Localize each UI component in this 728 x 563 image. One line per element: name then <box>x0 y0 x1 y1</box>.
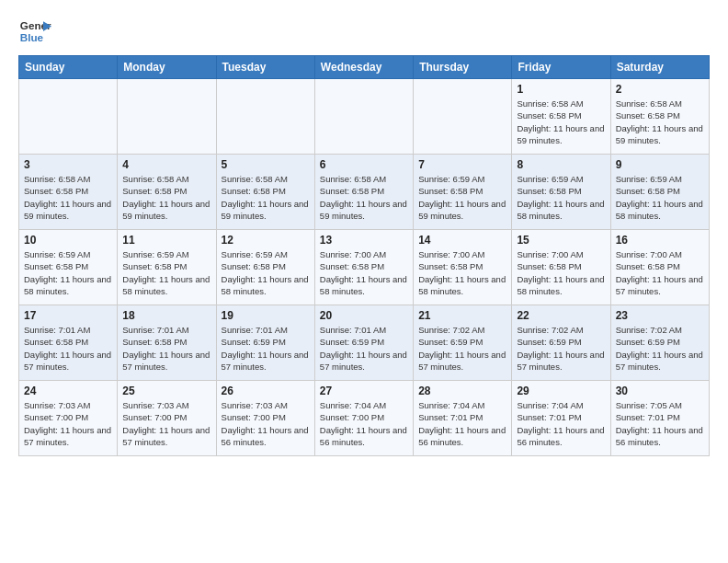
calendar-cell: 4Sunrise: 6:58 AMSunset: 6:58 PMDaylight… <box>118 155 216 230</box>
day-number: 19 <box>222 309 310 322</box>
calendar-cell <box>414 79 512 155</box>
day-info: Sunrise: 6:59 AMSunset: 6:58 PMDaylight:… <box>222 248 310 297</box>
weekday-header-thursday: Thursday <box>414 56 512 79</box>
day-number: 17 <box>24 309 112 322</box>
calendar-cell <box>216 79 314 155</box>
day-info: Sunrise: 7:04 AMSunset: 7:00 PMDaylight:… <box>320 399 408 448</box>
day-number: 16 <box>616 234 704 247</box>
day-number: 9 <box>616 158 704 171</box>
day-number: 7 <box>418 158 506 171</box>
day-number: 15 <box>517 234 605 247</box>
weekday-header-tuesday: Tuesday <box>216 56 314 79</box>
day-number: 8 <box>517 158 605 171</box>
day-info: Sunrise: 6:58 AMSunset: 6:58 PMDaylight:… <box>320 173 408 222</box>
day-info: Sunrise: 7:01 AMSunset: 6:59 PMDaylight:… <box>320 324 408 373</box>
calendar-cell <box>118 79 216 155</box>
week-row-4: 17Sunrise: 7:01 AMSunset: 6:58 PMDayligh… <box>19 305 710 381</box>
day-info: Sunrise: 7:00 AMSunset: 6:58 PMDaylight:… <box>320 248 408 297</box>
day-info: Sunrise: 6:58 AMSunset: 6:58 PMDaylight:… <box>122 173 210 222</box>
day-number: 29 <box>517 385 605 397</box>
calendar-cell: 17Sunrise: 7:01 AMSunset: 6:58 PMDayligh… <box>19 305 118 381</box>
week-row-1: 1Sunrise: 6:58 AMSunset: 6:58 PMDaylight… <box>19 79 710 155</box>
day-info: Sunrise: 7:00 AMSunset: 6:58 PMDaylight:… <box>418 248 506 297</box>
day-info: Sunrise: 7:03 AMSunset: 7:00 PMDaylight:… <box>122 399 210 448</box>
week-row-2: 3Sunrise: 6:58 AMSunset: 6:58 PMDaylight… <box>19 155 710 230</box>
calendar-cell: 22Sunrise: 7:02 AMSunset: 6:59 PMDayligh… <box>512 305 610 381</box>
day-number: 30 <box>616 385 704 397</box>
calendar-cell: 15Sunrise: 7:00 AMSunset: 6:58 PMDayligh… <box>512 230 610 305</box>
day-number: 4 <box>122 158 210 171</box>
calendar-cell: 11Sunrise: 6:59 AMSunset: 6:58 PMDayligh… <box>118 230 216 305</box>
calendar-cell: 25Sunrise: 7:03 AMSunset: 7:00 PMDayligh… <box>118 381 216 456</box>
calendar-cell: 2Sunrise: 6:58 AMSunset: 6:58 PMDaylight… <box>610 79 709 155</box>
day-info: Sunrise: 7:01 AMSunset: 6:59 PMDaylight:… <box>222 324 310 373</box>
calendar-cell: 21Sunrise: 7:02 AMSunset: 6:59 PMDayligh… <box>414 305 512 381</box>
calendar-cell <box>19 79 118 155</box>
calendar-cell: 1Sunrise: 6:58 AMSunset: 6:58 PMDaylight… <box>512 79 610 155</box>
calendar-cell: 6Sunrise: 6:58 AMSunset: 6:58 PMDaylight… <box>314 155 413 230</box>
day-number: 24 <box>24 385 112 397</box>
day-info: Sunrise: 7:05 AMSunset: 7:01 PMDaylight:… <box>616 399 704 448</box>
day-info: Sunrise: 7:01 AMSunset: 6:58 PMDaylight:… <box>24 324 112 373</box>
logo-icon: General Blue <box>18 15 51 48</box>
calendar-cell: 12Sunrise: 6:59 AMSunset: 6:58 PMDayligh… <box>216 230 314 305</box>
day-info: Sunrise: 6:59 AMSunset: 6:58 PMDaylight:… <box>418 173 506 222</box>
page-header: General Blue <box>18 15 710 48</box>
day-info: Sunrise: 7:02 AMSunset: 6:59 PMDaylight:… <box>616 324 704 373</box>
calendar-table: SundayMondayTuesdayWednesdayThursdayFrid… <box>18 55 710 456</box>
calendar-cell <box>314 79 413 155</box>
day-info: Sunrise: 6:58 AMSunset: 6:58 PMDaylight:… <box>517 98 605 146</box>
day-number: 22 <box>517 309 605 322</box>
week-row-3: 10Sunrise: 6:59 AMSunset: 6:58 PMDayligh… <box>19 230 710 305</box>
day-info: Sunrise: 6:58 AMSunset: 6:58 PMDaylight:… <box>616 98 704 146</box>
calendar-cell: 26Sunrise: 7:03 AMSunset: 7:00 PMDayligh… <box>216 381 314 456</box>
day-info: Sunrise: 7:00 AMSunset: 6:58 PMDaylight:… <box>616 248 704 297</box>
calendar-page: General Blue SundayMondayTuesdayWednesda… <box>0 0 728 471</box>
day-number: 23 <box>616 309 704 322</box>
day-number: 6 <box>320 158 408 171</box>
day-info: Sunrise: 6:59 AMSunset: 6:58 PMDaylight:… <box>616 173 704 222</box>
weekday-header-wednesday: Wednesday <box>314 56 413 79</box>
calendar-cell: 19Sunrise: 7:01 AMSunset: 6:59 PMDayligh… <box>216 305 314 381</box>
weekday-header-friday: Friday <box>512 56 610 79</box>
svg-text:Blue: Blue <box>20 31 44 43</box>
day-info: Sunrise: 7:01 AMSunset: 6:58 PMDaylight:… <box>122 324 210 373</box>
day-number: 5 <box>222 158 310 171</box>
day-info: Sunrise: 6:59 AMSunset: 6:58 PMDaylight:… <box>24 248 112 297</box>
calendar-cell: 23Sunrise: 7:02 AMSunset: 6:59 PMDayligh… <box>610 305 709 381</box>
day-info: Sunrise: 7:02 AMSunset: 6:59 PMDaylight:… <box>517 324 605 373</box>
day-number: 26 <box>222 385 310 397</box>
calendar-cell: 7Sunrise: 6:59 AMSunset: 6:58 PMDaylight… <box>414 155 512 230</box>
calendar-cell: 14Sunrise: 7:00 AMSunset: 6:58 PMDayligh… <box>414 230 512 305</box>
calendar-cell: 9Sunrise: 6:59 AMSunset: 6:58 PMDaylight… <box>610 155 709 230</box>
day-info: Sunrise: 7:02 AMSunset: 6:59 PMDaylight:… <box>418 324 506 373</box>
calendar-cell: 18Sunrise: 7:01 AMSunset: 6:58 PMDayligh… <box>118 305 216 381</box>
day-number: 2 <box>616 83 704 96</box>
day-number: 18 <box>122 309 210 322</box>
day-number: 11 <box>122 234 210 247</box>
weekday-header-row: SundayMondayTuesdayWednesdayThursdayFrid… <box>19 56 710 79</box>
calendar-cell: 20Sunrise: 7:01 AMSunset: 6:59 PMDayligh… <box>314 305 413 381</box>
weekday-header-saturday: Saturday <box>610 56 709 79</box>
day-number: 14 <box>418 234 506 247</box>
calendar-cell: 24Sunrise: 7:03 AMSunset: 7:00 PMDayligh… <box>19 381 118 456</box>
day-info: Sunrise: 6:59 AMSunset: 6:58 PMDaylight:… <box>517 173 605 222</box>
day-info: Sunrise: 6:58 AMSunset: 6:58 PMDaylight:… <box>222 173 310 222</box>
weekday-header-monday: Monday <box>118 56 216 79</box>
calendar-cell: 28Sunrise: 7:04 AMSunset: 7:01 PMDayligh… <box>414 381 512 456</box>
calendar-cell: 27Sunrise: 7:04 AMSunset: 7:00 PMDayligh… <box>314 381 413 456</box>
day-info: Sunrise: 7:03 AMSunset: 7:00 PMDaylight:… <box>222 399 310 448</box>
calendar-cell: 13Sunrise: 7:00 AMSunset: 6:58 PMDayligh… <box>314 230 413 305</box>
day-number: 21 <box>418 309 506 322</box>
day-number: 13 <box>320 234 408 247</box>
calendar-cell: 30Sunrise: 7:05 AMSunset: 7:01 PMDayligh… <box>610 381 709 456</box>
calendar-cell: 8Sunrise: 6:59 AMSunset: 6:58 PMDaylight… <box>512 155 610 230</box>
day-info: Sunrise: 7:03 AMSunset: 7:00 PMDaylight:… <box>24 399 112 448</box>
day-number: 1 <box>517 83 605 96</box>
day-info: Sunrise: 7:00 AMSunset: 6:58 PMDaylight:… <box>517 248 605 297</box>
day-number: 3 <box>24 158 112 171</box>
week-row-5: 24Sunrise: 7:03 AMSunset: 7:00 PMDayligh… <box>19 381 710 456</box>
day-number: 20 <box>320 309 408 322</box>
logo: General Blue <box>18 15 51 48</box>
day-number: 10 <box>24 234 112 247</box>
